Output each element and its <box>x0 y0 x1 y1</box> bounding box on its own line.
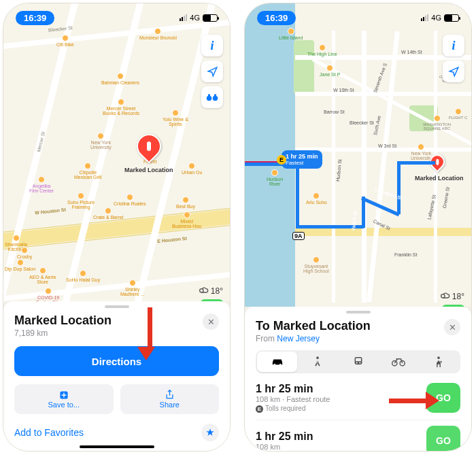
mode-cycle[interactable] <box>378 352 418 372</box>
map-lookaround-button[interactable] <box>201 86 223 108</box>
sheet-title: To Marked Location <box>256 319 371 333</box>
route-tolls: ETolls required <box>256 405 330 413</box>
poi-crate: Crate & Barrel <box>93 207 123 220</box>
street-w3: W 3rd St <box>378 143 396 148</box>
street-barrow: Barrow St <box>324 109 345 114</box>
map-pin-label: Marked Location <box>124 167 173 173</box>
status-bar: 16:39 4G <box>3 9 230 27</box>
route-option-1[interactable]: 1 hr 25 min 108 km · Fastest route EToll… <box>256 383 460 420</box>
poi-mercer-books: Mercer Street Books & Records <box>103 99 139 116</box>
weather-widget[interactable]: 18° <box>439 292 464 301</box>
poi-soho-framing: Soho Picture Fraiming <box>67 192 95 209</box>
street-greene: Greene St <box>442 186 450 209</box>
svg-point-11 <box>316 356 319 359</box>
street-e-houston: E Houston St <box>157 236 187 244</box>
battery-icon <box>203 14 218 22</box>
svg-point-14 <box>356 362 357 363</box>
poi-highline: The High Line <box>307 44 337 56</box>
svg-point-4 <box>200 289 203 292</box>
poi-nyu: New York University <box>90 133 112 150</box>
mode-transit[interactable] <box>338 352 378 372</box>
svg-rect-7 <box>61 394 66 395</box>
svg-point-18 <box>438 356 441 359</box>
map-info-button[interactable]: i <box>201 35 223 56</box>
street-w10: W 10th St <box>333 88 354 92</box>
poi-shirley: Shirley Madhere ... <box>120 280 144 297</box>
save-to-button[interactable]: Save to... <box>14 384 114 414</box>
sheet-title: Marked Location <box>14 314 112 328</box>
street-franklin: Franklin St <box>394 252 417 257</box>
weather-widget[interactable]: 18° <box>198 286 223 296</box>
map-pin[interactable] <box>132 129 167 164</box>
transport-mode-segmented[interactable] <box>256 350 460 373</box>
exit-badge: 9A <box>292 232 305 240</box>
go-button[interactable]: GO <box>426 383 460 413</box>
sheet-distance: 7,189 km <box>14 328 112 338</box>
map-pin-label: Marked Location <box>415 175 464 182</box>
poi-halal: SoHo Halal Guy <box>66 270 100 282</box>
map-locate-button[interactable] <box>201 61 223 82</box>
poi-bestbuy: Best Buy <box>176 197 195 209</box>
map-info-button[interactable]: i <box>443 35 464 56</box>
street-sixth: Sixth Ave <box>373 116 381 136</box>
street-w14: W 14th St <box>401 50 422 54</box>
map-canvas[interactable]: W Houston St E Houston St Bleecker St Me… <box>3 3 230 301</box>
status-bar: 16:39 4G <box>245 9 471 27</box>
route-time: 1 hr 25 min <box>256 383 330 395</box>
svg-point-8 <box>441 294 445 298</box>
svg-rect-2 <box>208 95 210 97</box>
directions-sheet[interactable]: To Marked Location From New Jersey ✕ 1 h… <box>245 307 471 451</box>
network-label: 4G <box>431 14 441 22</box>
network-label: 4G <box>190 14 200 22</box>
poi-hudson-river: Hudson River <box>267 169 283 186</box>
route-time-pill[interactable]: E 1 hr 25 min Fastest <box>282 150 322 169</box>
street-bleecker-r: Bleecker St <box>350 120 374 125</box>
mode-rideshare[interactable] <box>419 352 459 372</box>
poi-aeo: AEO & Aerie Store <box>29 267 56 284</box>
poi-mixed: Mixed Business Hou <box>172 211 201 228</box>
share-button[interactable]: Share <box>120 384 220 414</box>
svg-point-10 <box>279 364 282 366</box>
poi-crosby: Crosby <box>17 247 32 259</box>
cellular-icon <box>180 14 187 21</box>
poi-urbanout: Urban Ou <box>182 163 202 175</box>
poi-nyu-r: New York University <box>411 143 432 160</box>
poi-flight: FLIGHT C <box>449 108 467 120</box>
poi-citibike: Citi Bike <box>56 35 74 47</box>
street-w-houston: W Houston St <box>35 207 66 216</box>
favorite-star-button[interactable] <box>201 424 219 441</box>
map-canvas[interactable]: E 1 hr 25 min Fastest 9A W 14th St W 10t… <box>245 3 471 307</box>
cellular-icon <box>421 14 428 21</box>
poi-janestp: Jane St P <box>320 65 340 77</box>
home-indicator <box>80 445 154 448</box>
add-to-favorites-link[interactable]: Add to Favorites <box>14 427 84 438</box>
poi-chipotle: Chipotle Mexican Grill <box>74 163 101 180</box>
phone-left: 16:39 4G W Houston St E Houston St Bleec… <box>3 3 231 452</box>
sheet-grabber[interactable] <box>346 311 371 314</box>
mode-drive[interactable] <box>257 352 297 372</box>
route-time: 1 hr 25 min <box>256 430 313 443</box>
route-option-2[interactable]: 1 hr 25 min 108 km GO <box>256 426 460 452</box>
battery-icon <box>444 14 459 22</box>
street-seventh: Seventh Ave S <box>373 63 388 93</box>
poi-little-island: Little Island <box>279 28 303 40</box>
share-icon <box>165 390 174 400</box>
close-button[interactable]: ✕ <box>444 319 460 335</box>
svg-rect-13 <box>356 358 361 362</box>
svg-point-15 <box>359 362 360 363</box>
poi-wsq-arch: WASHINGTON SQUARE ARC <box>423 115 451 131</box>
poi-brunold: Monsieur Brunold <box>139 28 177 40</box>
from-location-link[interactable]: New Jersey <box>277 334 320 343</box>
mode-walk[interactable] <box>297 352 337 372</box>
map-locate-button[interactable] <box>443 61 464 82</box>
detail-sheet[interactable]: Marked Location 7,189 km ✕ Directions Sa… <box>3 301 230 451</box>
svg-rect-3 <box>214 95 216 97</box>
plus-icon <box>59 390 69 400</box>
phone-right: 16:39 4G E 1 hr 25 min Faste <box>244 3 472 452</box>
poi-angelika: Angelika Film Center <box>29 176 54 193</box>
close-button[interactable]: ✕ <box>203 314 219 330</box>
directions-button[interactable]: Directions <box>14 346 219 376</box>
go-button[interactable]: GO <box>426 426 460 452</box>
sheet-grabber[interactable] <box>105 305 129 308</box>
poi-bahman: Bahman Cleaners <box>101 73 139 85</box>
